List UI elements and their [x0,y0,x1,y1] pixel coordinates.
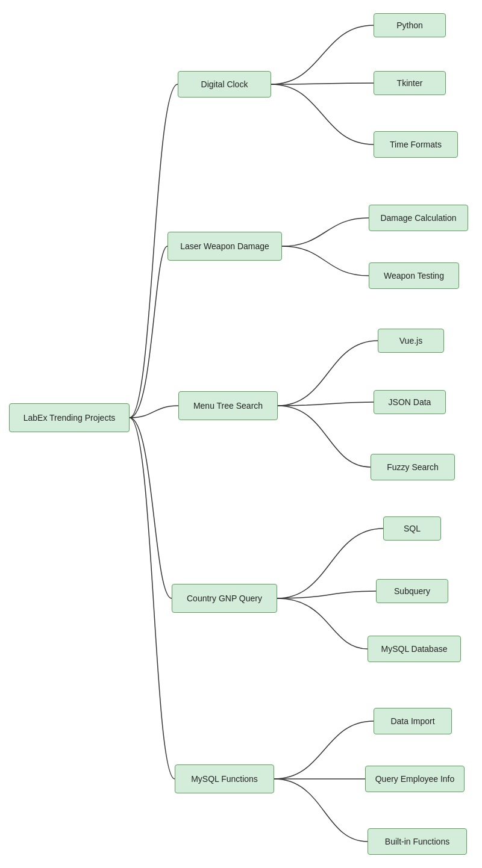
connections-svg [0,0,482,868]
node-subquery: Subquery [376,579,448,603]
node-root: LabEx Trending Projects [9,403,130,432]
node-builtin-functions: Built-in Functions [368,828,467,855]
node-python: Python [374,13,446,37]
node-sql: SQL [383,516,441,541]
node-vuejs: Vue.js [378,329,444,353]
node-weapon-testing: Weapon Testing [369,262,459,289]
node-country-gnp: Country GNP Query [172,584,277,613]
node-query-employee: Query Employee Info [365,766,465,792]
node-damage-calc: Damage Calculation [369,205,468,231]
node-tkinter: Tkinter [374,71,446,95]
node-fuzzy-search: Fuzzy Search [371,454,455,480]
node-digital-clock: Digital Clock [178,71,271,98]
node-laser-weapon: Laser Weapon Damage [167,232,282,261]
node-menu-tree: Menu Tree Search [178,391,278,420]
node-mysql-functions: MySQL Functions [175,764,274,793]
node-mysql-db: MySQL Database [368,636,461,662]
node-time-formats: Time Formats [374,131,458,158]
node-json-data: JSON Data [374,390,446,414]
tree-container: LabEx Trending Projects Digital Clock Py… [0,0,482,868]
node-data-import: Data Import [374,708,452,734]
